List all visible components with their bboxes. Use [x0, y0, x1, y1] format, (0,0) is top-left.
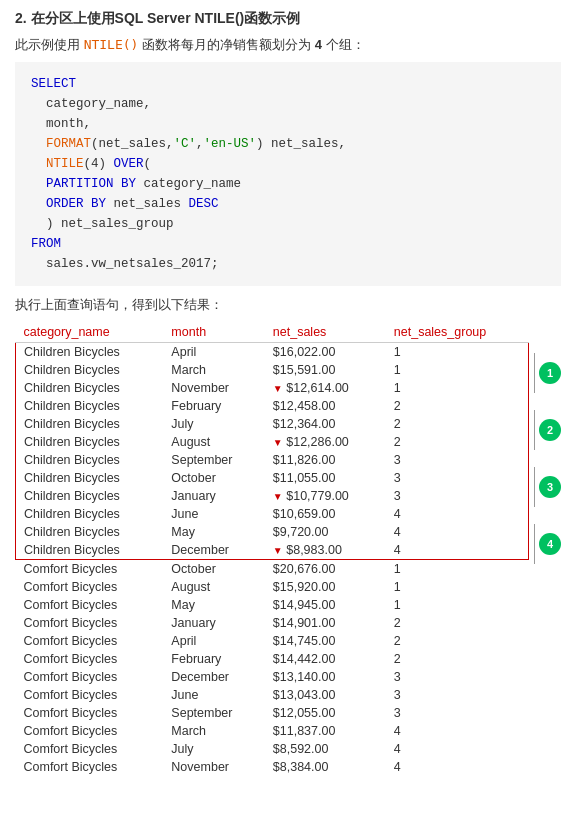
- result-label: 执行上面查询语句，得到以下结果：: [15, 296, 561, 314]
- group-badge-2: 2: [539, 419, 561, 441]
- col-category: category_name: [16, 322, 164, 343]
- section-title: 2. 在分区上使用SQL Server NTILE()函数示例: [15, 10, 561, 28]
- table-row: Comfort Bicycles October $20,676.00 1: [16, 560, 529, 579]
- group-badge-1: 1: [539, 362, 561, 384]
- table-row: Children Bicycles April $16,022.00 1: [16, 343, 529, 362]
- table-row: Children Bicycles December ▼ $8,983.00 4: [16, 541, 529, 560]
- table-row: Comfort Bicycles December $13,140.00 3: [16, 668, 529, 686]
- table-row: Children Bicycles September $11,826.00 3: [16, 451, 529, 469]
- table-row: Comfort Bicycles April $14,745.00 2: [16, 632, 529, 650]
- table-row: Comfort Bicycles August $15,920.00 1: [16, 578, 529, 596]
- table-header: category_name month net_sales net_sales_…: [16, 322, 529, 343]
- table-row: Comfort Bicycles June $13,043.00 3: [16, 686, 529, 704]
- table-row: Comfort Bicycles January $14,901.00 2: [16, 614, 529, 632]
- table-row: Comfort Bicycles February $14,442.00 2: [16, 650, 529, 668]
- table-row: Comfort Bicycles November $8,384.00 4: [16, 758, 529, 776]
- table-row: Children Bicycles November ▼ $12,614.00 …: [16, 379, 529, 397]
- table-row: Children Bicycles June $10,659.00 4: [16, 505, 529, 523]
- col-netsales: net_sales: [265, 322, 386, 343]
- table-row: Comfort Bicycles March $11,837.00 4: [16, 722, 529, 740]
- group-badge-3: 3: [539, 476, 561, 498]
- table-row: Comfort Bicycles May $14,945.00 1: [16, 596, 529, 614]
- table-row: Children Bicycles May $9,720.00 4: [16, 523, 529, 541]
- table-row: Children Bicycles January ▼ $10,779.00 3: [16, 487, 529, 505]
- table-row: Children Bicycles August ▼ $12,286.00 2: [16, 433, 529, 451]
- table-row: Children Bicycles July $12,364.00 2: [16, 415, 529, 433]
- table-row: Comfort Bicycles September $12,055.00 3: [16, 704, 529, 722]
- func-highlight: NTILE(): [84, 37, 139, 52]
- code-block: SELECT category_name, month, FORMAT(net_…: [15, 62, 561, 286]
- col-group: net_sales_group: [386, 322, 529, 343]
- table-row: Children Bicycles October $11,055.00 3: [16, 469, 529, 487]
- table-row: Children Bicycles March $15,591.00 1: [16, 361, 529, 379]
- table-row: Comfort Bicycles July $8,592.00 4: [16, 740, 529, 758]
- group-badge-4: 4: [539, 533, 561, 555]
- table-row: Children Bicycles February $12,458.00 2: [16, 397, 529, 415]
- col-month: month: [163, 322, 265, 343]
- description: 此示例使用 NTILE() 函数将每月的净销售额划分为 4 个组：: [15, 36, 561, 54]
